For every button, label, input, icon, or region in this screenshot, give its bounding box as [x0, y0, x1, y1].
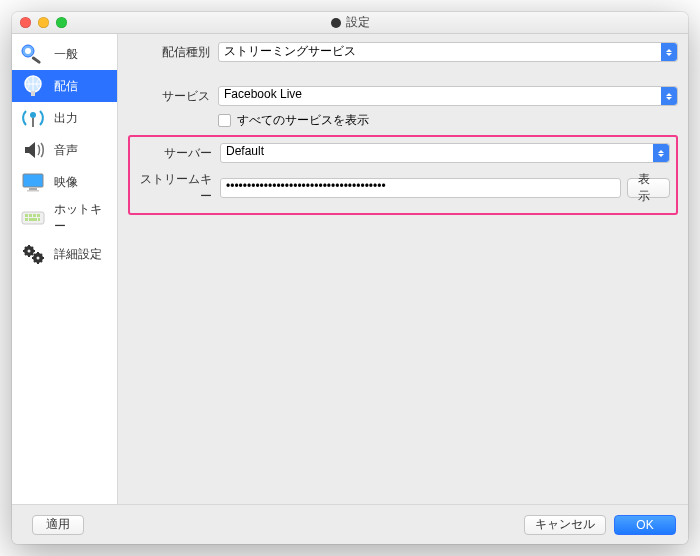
- svg-point-20: [37, 257, 40, 260]
- stream-key-value: ••••••••••••••••••••••••••••••••••••••: [226, 179, 386, 193]
- server-row: サーバー Default: [136, 143, 670, 163]
- globe-icon: [18, 73, 48, 99]
- sidebar-item-general[interactable]: 一般: [12, 38, 117, 70]
- sidebar-item-audio[interactable]: 音声: [12, 134, 117, 166]
- server-label: サーバー: [136, 145, 220, 162]
- sidebar-item-label: 一般: [54, 46, 78, 63]
- stream-type-label: 配信種別: [128, 44, 218, 61]
- cancel-button[interactable]: キャンセル: [524, 515, 606, 535]
- server-select[interactable]: Default: [220, 143, 670, 163]
- app-icon: [331, 18, 341, 28]
- server-value: Default: [226, 144, 264, 158]
- svg-rect-1: [31, 56, 41, 64]
- stream-type-value: ストリーミングサービス: [224, 44, 356, 58]
- svg-rect-13: [37, 214, 40, 217]
- sidebar-item-label: 出力: [54, 110, 78, 127]
- chevron-updown-icon: [653, 144, 669, 162]
- svg-rect-14: [25, 218, 28, 221]
- antenna-icon: [18, 105, 48, 131]
- service-label: サービス: [128, 88, 218, 105]
- zoom-icon[interactable]: [56, 17, 67, 28]
- sidebar-item-label: ホットキー: [54, 201, 111, 235]
- speaker-icon: [18, 137, 48, 163]
- svg-rect-15: [29, 218, 37, 221]
- sidebar-item-label: 映像: [54, 174, 78, 191]
- svg-rect-12: [33, 214, 36, 217]
- service-select[interactable]: Facebook Live: [218, 86, 678, 106]
- svg-rect-4: [31, 91, 35, 96]
- close-icon[interactable]: [20, 17, 31, 28]
- svg-rect-7: [29, 188, 37, 190]
- svg-rect-10: [25, 214, 28, 217]
- highlighted-section: サーバー Default ストリームキー ••••••••••••: [128, 135, 678, 215]
- service-row: サービス Facebook Live: [128, 86, 678, 106]
- sidebar-item-advanced[interactable]: 詳細設定: [12, 238, 117, 270]
- chevron-updown-icon: [661, 87, 677, 105]
- stream-key-label: ストリームキー: [136, 171, 220, 205]
- stream-key-input[interactable]: ••••••••••••••••••••••••••••••••••••••: [220, 178, 621, 198]
- main-panel: 配信種別 ストリーミングサービス サービス Facebook Live: [118, 34, 688, 504]
- sidebar: 一般 配信 出力 音声: [12, 34, 118, 504]
- sidebar-item-video[interactable]: 映像: [12, 166, 117, 198]
- svg-rect-8: [27, 190, 39, 192]
- titlebar: 設定: [12, 12, 688, 34]
- gears-icon: [18, 241, 48, 267]
- svg-rect-6: [23, 174, 43, 187]
- settings-window: 設定 一般 配信 出力: [12, 12, 688, 544]
- sidebar-item-stream[interactable]: 配信: [12, 70, 117, 102]
- traffic-lights: [20, 17, 67, 28]
- sidebar-item-label: 音声: [54, 142, 78, 159]
- show-key-button[interactable]: 表示: [627, 178, 670, 198]
- keyboard-icon: [18, 205, 48, 231]
- stream-key-row: ストリームキー ••••••••••••••••••••••••••••••••…: [136, 171, 670, 205]
- stream-type-select[interactable]: ストリーミングサービス: [218, 42, 678, 62]
- sidebar-item-label: 配信: [54, 78, 78, 95]
- sidebar-item-output[interactable]: 出力: [12, 102, 117, 134]
- svg-point-5: [30, 112, 36, 118]
- svg-point-2: [25, 48, 31, 54]
- show-all-services-label: すべてのサービスを表示: [237, 112, 369, 129]
- sidebar-item-hotkeys[interactable]: ホットキー: [12, 198, 117, 238]
- stream-type-row: 配信種別 ストリーミングサービス: [128, 42, 678, 62]
- monitor-icon: [18, 169, 48, 195]
- service-value: Facebook Live: [224, 87, 302, 101]
- footer: 適用 キャンセル OK: [12, 504, 688, 544]
- show-all-services-checkbox[interactable]: [218, 114, 231, 127]
- minimize-icon[interactable]: [38, 17, 49, 28]
- apply-button[interactable]: 適用: [32, 515, 84, 535]
- svg-rect-16: [38, 218, 40, 221]
- svg-point-18: [28, 250, 31, 253]
- window-title: 設定: [346, 14, 370, 31]
- sidebar-item-label: 詳細設定: [54, 246, 102, 263]
- chevron-updown-icon: [661, 43, 677, 61]
- svg-rect-11: [29, 214, 32, 217]
- show-all-row: すべてのサービスを表示: [128, 112, 678, 129]
- magnifier-wrench-icon: [18, 41, 48, 67]
- ok-button[interactable]: OK: [614, 515, 676, 535]
